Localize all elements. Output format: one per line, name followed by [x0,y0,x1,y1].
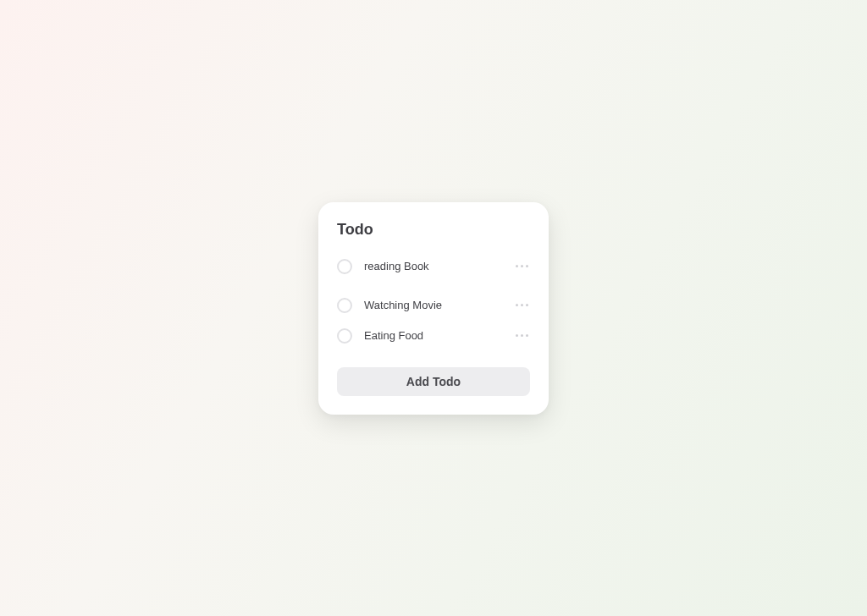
ellipsis-icon[interactable] [514,261,530,271]
ellipsis-icon[interactable] [514,300,530,310]
todo-checkbox[interactable] [337,298,352,313]
todo-label: reading Book [364,260,502,272]
todo-card: Todo reading Book Watching Movie Eating … [318,202,549,415]
todo-list: reading Book Watching Movie Eating Food [337,259,530,344]
todo-label: Watching Movie [364,299,502,311]
todo-label: Eating Food [364,329,502,342]
card-title: Todo [337,221,530,239]
todo-item: reading Book [337,259,530,274]
todo-item: Eating Food [337,328,530,344]
todo-item: Watching Movie [337,298,530,313]
todo-checkbox[interactable] [337,328,352,344]
add-todo-button[interactable]: Add Todo [337,367,530,396]
todo-checkbox[interactable] [337,259,352,274]
ellipsis-icon[interactable] [514,331,530,340]
